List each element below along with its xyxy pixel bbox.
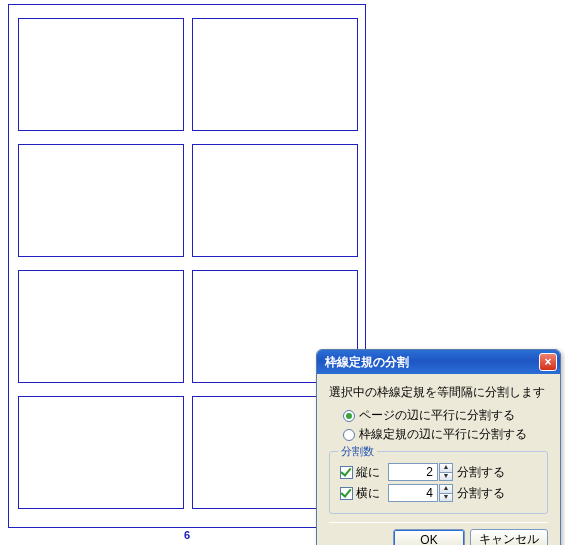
frame-panel — [18, 270, 184, 383]
radio-label: ページの辺に平行に分割する — [359, 407, 515, 424]
vertical-split-row: 縦に 2 ▲ ▼ 分割する — [340, 463, 537, 481]
radio-parallel-to-frame[interactable]: 枠線定規の辺に平行に分割する — [343, 426, 548, 443]
dialog-button-row: OK キャンセル — [329, 522, 548, 545]
horizontal-spin-buttons: ▲ ▼ — [439, 484, 453, 502]
spin-down-icon[interactable]: ▼ — [439, 493, 453, 502]
dialog-description: 選択中の枠線定規を等間隔に分割します — [329, 384, 548, 401]
radio-parallel-to-page[interactable]: ページの辺に平行に分割する — [343, 407, 548, 424]
orientation-radio-group: ページの辺に平行に分割する 枠線定規の辺に平行に分割する — [329, 407, 548, 443]
page-number: 6 — [184, 529, 190, 541]
close-icon: × — [544, 356, 551, 368]
horizontal-split-row: 横に 4 ▲ ▼ 分割する — [340, 484, 537, 502]
horizontal-value-input[interactable]: 4 — [388, 484, 438, 502]
vertical-label: 縦に — [356, 464, 388, 481]
spin-down-icon[interactable]: ▼ — [439, 472, 453, 481]
spin-up-icon[interactable]: ▲ — [439, 463, 453, 472]
cancel-button[interactable]: キャンセル — [470, 529, 548, 545]
split-frame-ruler-dialog: 枠線定規の分割 × 選択中の枠線定規を等間隔に分割します ページの辺に平行に分割… — [316, 349, 561, 545]
vertical-checkbox[interactable] — [340, 466, 353, 479]
radio-label: 枠線定規の辺に平行に分割する — [359, 426, 527, 443]
vertical-spin-buttons: ▲ ▼ — [439, 463, 453, 481]
radio-icon — [343, 410, 355, 422]
page-canvas — [8, 4, 366, 528]
spin-up-icon[interactable]: ▲ — [439, 484, 453, 493]
ok-button[interactable]: OK — [393, 529, 465, 545]
vertical-spinner: 2 ▲ ▼ — [388, 463, 453, 481]
frame-panel — [192, 18, 358, 131]
dialog-titlebar[interactable]: 枠線定規の分割 × — [317, 350, 560, 374]
close-button[interactable]: × — [539, 353, 557, 371]
dialog-body: 選択中の枠線定規を等間隔に分割します ページの辺に平行に分割する 枠線定規の辺に… — [317, 374, 560, 545]
vertical-suffix: 分割する — [457, 464, 505, 481]
fieldset-legend: 分割数 — [338, 444, 377, 459]
horizontal-spinner: 4 ▲ ▼ — [388, 484, 453, 502]
horizontal-suffix: 分割する — [457, 485, 505, 502]
frame-panel — [192, 144, 358, 257]
split-count-fieldset: 分割数 縦に 2 ▲ ▼ 分割する 横に 4 — [329, 451, 548, 514]
dialog-title: 枠線定規の分割 — [325, 354, 539, 371]
horizontal-label: 横に — [356, 485, 388, 502]
frame-panel — [18, 144, 184, 257]
frame-panel — [18, 18, 184, 131]
frame-panel — [18, 396, 184, 509]
horizontal-checkbox[interactable] — [340, 487, 353, 500]
radio-icon — [343, 429, 355, 441]
vertical-value-input[interactable]: 2 — [388, 463, 438, 481]
